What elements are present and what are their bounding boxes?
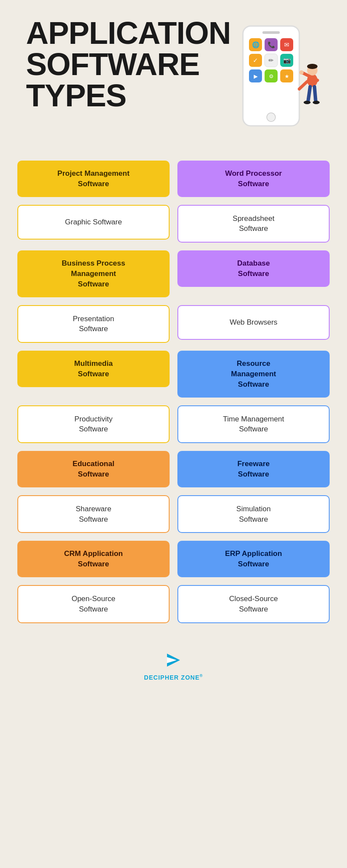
svg-text:🌐: 🌐 <box>252 41 260 49</box>
card-project-management: Project ManagementSoftware <box>17 161 170 197</box>
svg-line-24 <box>299 82 307 89</box>
footer: Decipher Zone® <box>0 641 347 694</box>
svg-text:★: ★ <box>285 73 289 79</box>
svg-point-30 <box>313 101 320 104</box>
card-time-management: Time ManagementSoftware <box>177 405 330 444</box>
svg-line-28 <box>314 87 316 102</box>
decipher-zone-logo-icon <box>163 649 184 671</box>
svg-point-26 <box>299 70 304 75</box>
card-erp: ERP ApplicationSoftware <box>177 541 330 577</box>
svg-point-29 <box>304 101 311 104</box>
card-spreadsheet: SpreadsheetSoftware <box>177 205 330 243</box>
logo-container: Decipher Zone® <box>144 649 203 681</box>
svg-text:📞: 📞 <box>268 41 275 49</box>
card-shareware: SharewareSoftware <box>17 495 170 533</box>
page-title: APPLICATION SOFTWARE TYPES <box>26 17 231 111</box>
svg-rect-1 <box>262 31 280 34</box>
card-presentation: PresentationSoftware <box>17 305 170 343</box>
svg-text:▶: ▶ <box>254 73 258 79</box>
title-block: APPLICATION SOFTWARE TYPES <box>26 17 231 111</box>
card-database: DatabaseSoftware <box>177 250 330 287</box>
card-business-process: Business ProcessManagementSoftware <box>17 250 170 297</box>
card-graphic: Graphic Software <box>17 205 170 240</box>
card-crm: CRM ApplicationSoftware <box>17 541 170 577</box>
svg-line-27 <box>308 87 310 102</box>
card-resource-management: ResourceManagementSoftware <box>177 351 330 397</box>
card-freeware: FreewareSoftware <box>177 451 330 487</box>
cards-grid: Project ManagementSoftwareWord Processor… <box>0 152 347 641</box>
svg-text:✉: ✉ <box>284 41 289 48</box>
svg-point-20 <box>267 113 275 122</box>
card-productivity: ProductivitySoftware <box>17 405 170 444</box>
svg-text:✓: ✓ <box>253 57 258 64</box>
svg-text:📷: 📷 <box>283 57 291 64</box>
card-educational: EducationalSoftware <box>17 451 170 487</box>
svg-point-23 <box>307 64 318 69</box>
card-web-browsers: Web Browsers <box>177 305 330 340</box>
phone-illustration: 🌐 📞 ✉ ✓ ✏ 📷 ▶ ⚙ ★ <box>239 22 325 143</box>
brand-name: Decipher Zone® <box>144 674 203 681</box>
card-simulation: SimulationSoftware <box>177 495 330 533</box>
header-section: APPLICATION SOFTWARE TYPES 🌐 📞 ✉ ✓ ✏ 📷 <box>0 0 347 152</box>
card-closed-source: Closed-SourceSoftware <box>177 585 330 623</box>
svg-text:⚙: ⚙ <box>269 73 274 79</box>
card-multimedia: MultimediaSoftware <box>17 351 170 387</box>
card-open-source: Open-SourceSoftware <box>17 585 170 623</box>
card-word-processor: Word ProcessorSoftware <box>177 161 330 197</box>
svg-text:✏: ✏ <box>268 57 274 64</box>
